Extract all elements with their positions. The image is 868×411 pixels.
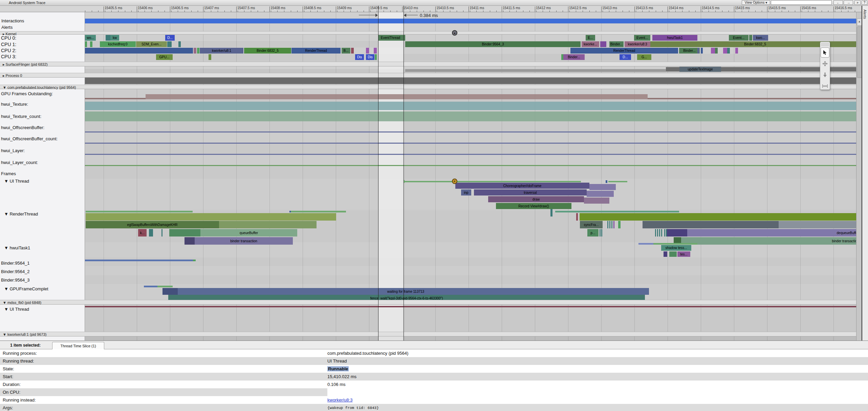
trace-slice[interactable]: [613, 221, 614, 228]
trace-slice[interactable]: [653, 243, 697, 245]
process-header[interactable]: ▸ Process 0: [0, 73, 860, 78]
track-label[interactable]: ▼ hwuiTask1: [4, 245, 30, 250]
trace-slice[interactable]: [587, 191, 614, 197]
trace-slice[interactable]: dequeueBuffer: [687, 229, 860, 237]
trace-slice[interactable]: [162, 288, 178, 295]
trace-slice[interactable]: [85, 165, 860, 166]
trace-slice[interactable]: [405, 69, 666, 72]
trace-slice[interactable]: D...: [620, 54, 631, 60]
tab-thread-time-slice[interactable]: Thread Time Slice (1): [52, 342, 104, 349]
trace-slice[interactable]: kworke...: [582, 41, 599, 47]
trace-slice[interactable]: [85, 41, 87, 47]
trace-slice[interactable]: [723, 48, 727, 54]
trace-slice[interactable]: [601, 229, 602, 237]
trace-slice[interactable]: [197, 48, 199, 54]
process-header[interactable]: ▼ com.prefabulated.touchlatency (pid 956…: [0, 85, 860, 89]
track-label[interactable]: ▼ RenderThread: [4, 211, 38, 217]
trace-slice[interactable]: [555, 211, 679, 212]
zoom-tool-button[interactable]: [821, 70, 829, 80]
trace-slice[interactable]: syncFra...: [580, 221, 603, 228]
trace-slice[interactable]: [291, 211, 346, 212]
trace-slice[interactable]: Binder...: [563, 54, 585, 60]
trace-slice[interactable]: [659, 229, 660, 237]
trace-slice[interactable]: inp: [461, 189, 471, 196]
trace-slice[interactable]: shadow tess...: [661, 245, 691, 251]
trace-slice[interactable]: [643, 221, 779, 228]
trace-slice[interactable]: updateTexImage: [679, 67, 721, 72]
trace-slice[interactable]: [85, 77, 860, 84]
trace-slice[interactable]: [589, 184, 616, 190]
trace-slice[interactable]: queueBuffer: [200, 229, 297, 237]
trace-slice[interactable]: Choreographer#doFrame: [455, 183, 589, 189]
trace-slice[interactable]: [606, 180, 607, 183]
trace-slice[interactable]: [167, 41, 172, 47]
trace-slice[interactable]: [648, 98, 860, 99]
trace-slice[interactable]: [607, 221, 608, 228]
timeline-ruler[interactable]: 15405.5 ms15406 ms15406.5 ms15407 ms1540…: [0, 5, 868, 12]
help-button[interactable]: ?: [862, 0, 867, 5]
trace-slice[interactable]: [404, 181, 581, 182]
trace-slice[interactable]: [85, 19, 860, 23]
trace-slice[interactable]: [611, 221, 612, 228]
trace-slice[interactable]: Record View#draw(): [496, 203, 571, 209]
trace-slice[interactable]: SDM_Even...: [136, 41, 167, 47]
trace-slice[interactable]: [169, 229, 200, 237]
trace-slice[interactable]: [366, 48, 369, 54]
range-marker-line[interactable]: [404, 5, 404, 341]
trace-slice[interactable]: [86, 213, 336, 221]
trace-slice[interactable]: [209, 54, 211, 60]
trace-slice[interactable]: [219, 221, 317, 228]
trace-slice[interactable]: [85, 111, 860, 121]
trace-slice[interactable]: [85, 131, 860, 132]
track-label[interactable]: ▼ UI Thread: [4, 307, 29, 312]
trace-slice[interactable]: [374, 48, 377, 54]
trace-slice[interactable]: [600, 41, 606, 47]
scroll-up-icon[interactable]: ▲: [857, 18, 862, 26]
alert-dot-icon[interactable]: ▲: [452, 30, 457, 36]
trace-slice[interactable]: [661, 229, 662, 237]
trace-slice[interactable]: [580, 213, 860, 221]
trace-slice[interactable]: Dis: [366, 54, 374, 60]
trace-slice[interactable]: [375, 54, 377, 60]
trace-slice[interactable]: p...: [587, 229, 599, 237]
nav-forward-button[interactable]: →: [844, 0, 853, 5]
trace-slice[interactable]: G...: [637, 54, 651, 60]
trace-slice[interactable]: [144, 286, 157, 287]
trace-slice[interactable]: [149, 229, 153, 237]
trace-slice[interactable]: Event...: [634, 35, 650, 41]
trace-slice[interactable]: binder transaction: [195, 237, 293, 245]
view-options-button[interactable]: View Options ▾: [742, 0, 770, 5]
trace-slice[interactable]: [85, 260, 193, 261]
trace-slice[interactable]: tes...: [677, 251, 690, 257]
trace-slice[interactable]: [608, 181, 627, 182]
trace-slice[interactable]: kwo...: [753, 35, 768, 41]
trace-slice[interactable]: [185, 237, 195, 245]
trace-slice[interactable]: RenderThread: [570, 48, 678, 54]
trace-slice[interactable]: [106, 35, 110, 41]
frame-dot-icon[interactable]: F: [452, 179, 457, 184]
trace-slice[interactable]: [85, 143, 860, 144]
trace-slice[interactable]: [657, 229, 658, 237]
trace-slice[interactable]: [194, 48, 196, 54]
trace-slice[interactable]: [669, 251, 677, 257]
search-input[interactable]: [771, 0, 832, 5]
trace-slice[interactable]: [664, 251, 667, 257]
trace-slice[interactable]: kworker/u8:1: [200, 48, 243, 54]
details-row-value[interactable]: kworker/u8:3: [327, 397, 352, 403]
scrollbar-thumb[interactable]: [857, 26, 862, 78]
trace-slice[interactable]: [146, 94, 648, 99]
trace-slice[interactable]: Dis: [355, 54, 364, 60]
trace-slice[interactable]: eglSwapBuffersWithDamageKHR: [86, 221, 219, 228]
trace-slice[interactable]: [727, 48, 730, 54]
trace-slice[interactable]: [618, 221, 621, 228]
trace-slice[interactable]: [90, 41, 92, 47]
trace-slice[interactable]: [550, 209, 552, 217]
trace-slice[interactable]: [697, 48, 699, 54]
trace-slice[interactable]: Binder...: [679, 48, 700, 54]
trace-slice[interactable]: Binder...: [609, 41, 624, 47]
trace-slice[interactable]: [157, 286, 173, 287]
trace-slice[interactable]: EventThread: [378, 35, 403, 41]
trace-slice[interactable]: [701, 48, 703, 54]
trace-slice[interactable]: [664, 229, 665, 237]
trace-slice[interactable]: [85, 48, 193, 54]
